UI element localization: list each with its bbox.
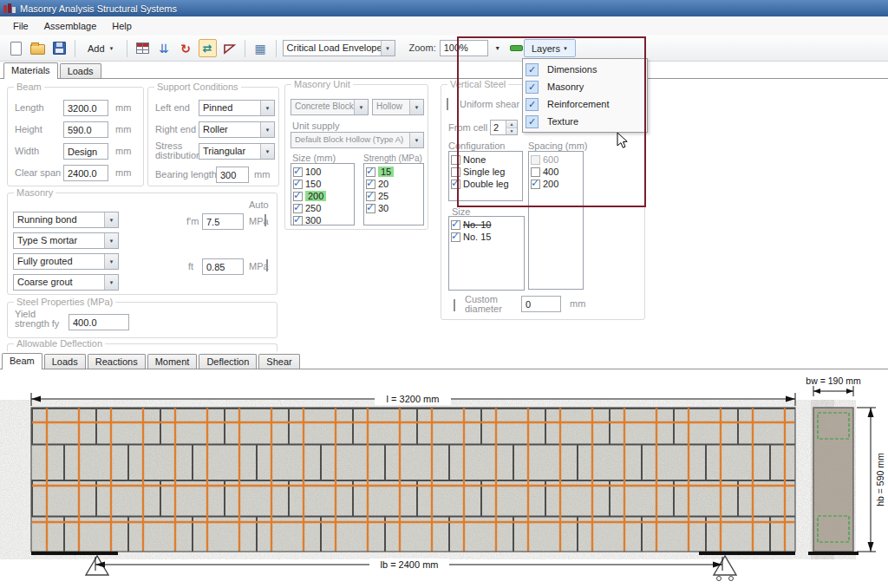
checkbox[interactable]	[531, 155, 540, 165]
tab-deflection[interactable]: Deflection	[199, 354, 257, 369]
layers-menu-item-reinforcement[interactable]: Reinforcement	[523, 95, 647, 113]
tab-loads[interactable]: Loads	[60, 63, 101, 78]
checkbox[interactable]	[293, 192, 303, 201]
zoom-dropdown-button[interactable]: ▼	[492, 39, 504, 57]
layers-button[interactable]: Layers	[524, 39, 576, 57]
chevron-down-icon[interactable]	[260, 144, 274, 159]
bar-size-option[interactable]: No. 15	[450, 231, 523, 243]
chevron-down-icon[interactable]	[409, 100, 423, 114]
menu-file[interactable]: File	[5, 18, 36, 34]
yield-strength-input[interactable]	[69, 314, 129, 330]
menu-help[interactable]: Help	[104, 18, 140, 34]
check-icon[interactable]	[526, 98, 539, 111]
assemblage-grid-button[interactable]	[134, 39, 152, 57]
fm-input[interactable]	[202, 213, 244, 230]
tab-loads-view[interactable]: Loads	[44, 354, 86, 369]
spacing-option[interactable]: 200	[530, 178, 582, 190]
chevron-down-icon[interactable]	[354, 100, 368, 114]
bar-size-option[interactable]: No. 10	[450, 219, 523, 231]
ft-checkbox[interactable]	[266, 259, 268, 271]
stress-triangle-button[interactable]	[220, 39, 238, 57]
ft-input[interactable]	[202, 258, 244, 275]
spin-down-icon[interactable]	[506, 128, 517, 135]
zoom-select[interactable]: 100%	[440, 40, 488, 56]
checkbox[interactable]	[366, 167, 375, 177]
title-bar[interactable]: Masonry Analysis Structural Systems	[0, 0, 888, 16]
checkbox[interactable]	[451, 220, 460, 230]
spinner-buttons[interactable]	[506, 121, 517, 134]
bond-select[interactable]: Running bond	[13, 212, 119, 228]
custom-diameter-input[interactable]	[521, 296, 561, 312]
height-input[interactable]	[63, 121, 108, 138]
loads-arrows-button[interactable]	[155, 39, 173, 57]
chevron-down-icon[interactable]	[104, 212, 118, 227]
tab-shear[interactable]: Shear	[258, 354, 299, 369]
check-icon[interactable]	[526, 81, 539, 94]
checkbox[interactable]	[366, 192, 375, 201]
unit-supply-select[interactable]: Default Block Hollow (Type A)	[291, 132, 424, 148]
open-file-button[interactable]	[29, 39, 47, 57]
checkbox[interactable]	[293, 180, 303, 189]
chevron-down-icon[interactable]	[260, 122, 274, 137]
chevron-down-icon[interactable]	[104, 233, 118, 248]
checkbox[interactable]	[366, 180, 375, 189]
unit-core-select[interactable]: Hollow	[372, 99, 424, 115]
grout-select[interactable]: Coarse grout	[13, 274, 119, 291]
zoom-out-button[interactable]	[507, 39, 526, 57]
checkbox[interactable]	[366, 204, 375, 213]
configuration-option[interactable]: Single leg	[450, 166, 521, 178]
size-option[interactable]: 300	[292, 214, 353, 226]
tab-reactions[interactable]: Reactions	[88, 354, 146, 369]
chevron-down-icon[interactable]	[104, 254, 118, 269]
stress-distribution-select[interactable]: Triangular	[199, 143, 275, 160]
chevron-down-icon[interactable]	[260, 101, 274, 115]
flip-view-button[interactable]	[199, 39, 217, 57]
menu-assemblage[interactable]: Assemblage	[36, 18, 105, 34]
check-icon[interactable]	[526, 115, 539, 128]
checkbox[interactable]	[293, 204, 303, 213]
chevron-down-icon[interactable]	[381, 41, 395, 56]
checkbox[interactable]	[293, 167, 303, 177]
checkbox[interactable]	[531, 180, 540, 189]
beam-drawing-canvas[interactable]: l = 3200 mm lb = 2400 mm bw = 190 mm	[0, 370, 888, 588]
checkbox[interactable]	[451, 180, 460, 189]
checkbox[interactable]	[531, 167, 540, 177]
add-button[interactable]: Add	[82, 41, 121, 56]
grouting-select[interactable]: Fully grouted	[13, 253, 119, 270]
chevron-down-icon[interactable]	[104, 275, 118, 290]
clear-span-input[interactable]	[63, 165, 108, 181]
width-input[interactable]	[63, 143, 108, 160]
tab-beam[interactable]: Beam	[2, 353, 42, 369]
tab-materials[interactable]: Materials	[3, 62, 58, 79]
results-table-button[interactable]	[251, 39, 270, 57]
checkbox[interactable]	[451, 155, 460, 165]
checkbox[interactable]	[451, 167, 460, 177]
spin-up-icon[interactable]	[506, 121, 517, 128]
length-input[interactable]	[63, 100, 108, 116]
configuration-option[interactable]: None	[450, 154, 521, 166]
layers-menu-item-texture[interactable]: Texture	[523, 113, 647, 130]
check-icon[interactable]	[526, 63, 539, 76]
uniform-shear-checkbox[interactable]	[447, 98, 448, 110]
rotate-analysis-button[interactable]	[177, 39, 195, 57]
from-cell-spinner[interactable]: 2	[490, 120, 518, 135]
checkbox[interactable]	[293, 216, 303, 225]
save-button[interactable]	[50, 39, 69, 57]
chevron-down-icon[interactable]	[409, 133, 423, 147]
spacing-option[interactable]: 600	[530, 154, 582, 166]
left-end-select[interactable]: Pinned	[199, 100, 275, 116]
custom-diameter-checkbox[interactable]	[454, 299, 455, 311]
mortar-select[interactable]: Type S mortar	[13, 232, 119, 249]
configuration-option[interactable]: Double leg	[450, 178, 521, 190]
layers-menu-item-dimensions[interactable]: Dimensions	[523, 61, 647, 78]
strength-option[interactable]: 30	[365, 202, 422, 214]
unit-material-select[interactable]: Concrete Block	[291, 99, 369, 115]
checkbox[interactable]	[451, 232, 460, 242]
tab-moment[interactable]: Moment	[147, 354, 198, 369]
bearing-length-input[interactable]	[216, 167, 249, 183]
new-document-button[interactable]	[7, 39, 25, 57]
layers-menu-item-masonry[interactable]: Masonry	[523, 78, 647, 95]
fm-auto-checkbox[interactable]	[264, 214, 266, 226]
right-end-select[interactable]: Roller	[199, 121, 275, 138]
envelope-select[interactable]: Critical Load Envelope	[283, 40, 395, 56]
